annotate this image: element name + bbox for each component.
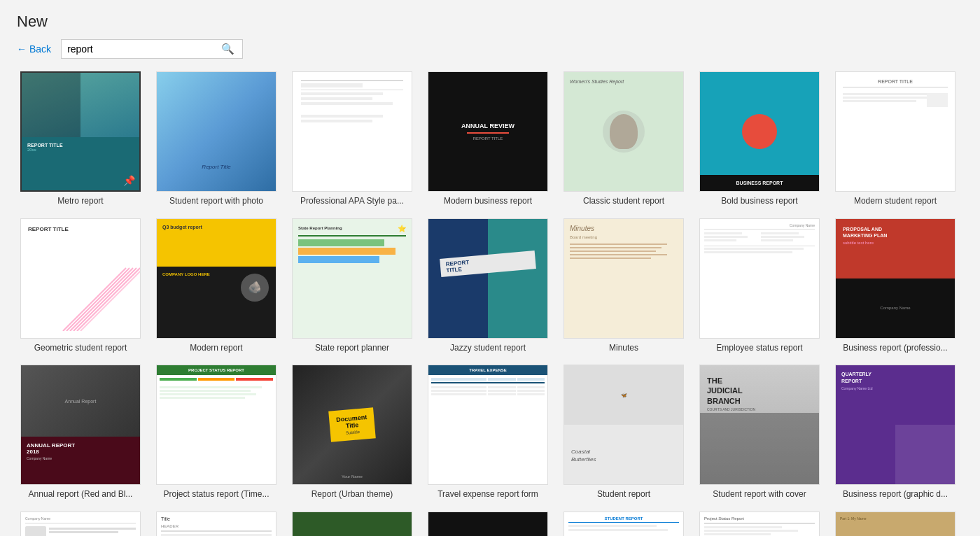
template-label: Minutes (609, 343, 638, 354)
template-item[interactable]: Part 1: My Name (832, 512, 959, 536)
template-thumbnail: REPORT TITLE 20xx 📌 (20, 71, 141, 192)
template-thumbnail: QUARTERLYREPORT Company Name Ltd (835, 365, 955, 485)
template-thumbnail: Project Status Report (699, 512, 820, 536)
template-item[interactable]: Project Status Report (696, 512, 823, 536)
template-item[interactable]: STUDENT REPORT (560, 512, 687, 536)
template-label: Professional APA Style pa... (300, 196, 404, 207)
template-thumbnail: 🌿 (292, 512, 412, 536)
template-label: Annual report (Red and Bl... (29, 489, 133, 500)
template-thumbnail: Title HEADER (156, 512, 276, 536)
template-grid-container[interactable]: REPORT TITLE 20xx 📌 Metro report Report … (17, 71, 963, 536)
search-input[interactable] (67, 43, 221, 55)
template-item[interactable]: State Report Planning ⭐ State report pla… (288, 218, 416, 354)
template-label: Modern report (190, 343, 242, 354)
template-item[interactable]: Annual Report ANNUAL REPORT 2018 Company… (17, 365, 144, 500)
svg-line-2 (70, 268, 133, 331)
template-thumbnail: BUSINESS REPORT (699, 71, 820, 192)
template-thumbnail: PROJECT STATUS REPORT (156, 365, 276, 485)
template-thumbnail: TERRIBLELIZZARDS (428, 512, 548, 536)
template-label: Modern business report (444, 196, 532, 207)
template-thumbnail: Report Title (156, 71, 276, 192)
svg-line-4 (77, 268, 140, 331)
svg-line-0 (63, 268, 126, 331)
template-label: Classic student report (583, 196, 664, 207)
template-grid: REPORT TITLE 20xx 📌 Metro report Report … (17, 71, 959, 536)
template-thumbnail: Women's Studies Report (564, 71, 684, 192)
template-thumbnail: Company Name (699, 218, 820, 339)
back-button[interactable]: ← Back (17, 43, 51, 55)
template-item[interactable]: Minutes Board meeting Minutes (560, 218, 687, 354)
template-thumbnail: PROPOSAL ANDMARKETING PLAN subtitle text… (835, 218, 955, 339)
template-thumbnail: Q3 budget report COMPANY LOGO HERE 🪨 (156, 218, 276, 339)
template-label: Bold business report (721, 196, 797, 207)
back-arrow-icon: ← (17, 43, 27, 55)
template-item[interactable]: TERRIBLELIZZARDS (424, 512, 552, 536)
template-item[interactable]: Company Name (696, 218, 823, 354)
template-thumbnail: THEJUDICIALBRANCH COURTS AND JURISDICTIO… (699, 365, 820, 485)
page-title: New (17, 13, 963, 31)
template-item[interactable]: Title HEADER (153, 512, 280, 536)
template-label: Employee status report (716, 343, 802, 354)
template-item[interactable]: Report Title Student report with photo (153, 71, 280, 207)
template-thumbnail: State Report Planning ⭐ (292, 218, 412, 339)
template-item[interactable]: 🌿 (288, 512, 416, 536)
template-label: Travel expense report form (438, 489, 538, 500)
template-thumbnail: Document Title Subtitle Your Name (292, 365, 412, 485)
template-label: Report (Urban theme) (312, 489, 393, 500)
template-label: Business report (professio... (843, 343, 947, 354)
template-label: Geometric student report (34, 343, 127, 354)
template-item[interactable]: PROPOSAL ANDMARKETING PLAN subtitle text… (832, 218, 959, 354)
template-item[interactable]: Professional APA Style pa... (288, 71, 416, 207)
template-thumbnail: Annual Report ANNUAL REPORT 2018 Company… (20, 365, 141, 485)
template-item[interactable]: QUARTERLYREPORT Company Name Ltd Busines… (832, 365, 959, 500)
page-container: New ← Back 🔍 REPORT TITLE 20xx (0, 0, 980, 536)
template-label: Student report with photo (169, 196, 263, 207)
template-thumbnail: STUDENT REPORT (564, 512, 684, 536)
template-thumbnail: ANNUAL REVIEW REPORT TITLE (428, 71, 548, 192)
template-label: Student report (597, 489, 650, 500)
template-label: State report planner (315, 343, 389, 354)
template-thumbnail: Company Name (20, 512, 141, 536)
template-item[interactable]: THEJUDICIALBRANCH COURTS AND JURISDICTIO… (696, 365, 823, 500)
top-bar: ← Back 🔍 (17, 39, 963, 59)
template-item[interactable]: Women's Studies Report Classic student r… (560, 71, 687, 207)
template-label: Student report with cover (713, 489, 806, 500)
template-label: Business report (graphic d... (843, 489, 948, 500)
search-button[interactable]: 🔍 (221, 43, 234, 55)
template-thumbnail: TRAVEL EXPENSE (428, 365, 548, 485)
template-thumbnail: 🦋 CoastalButterflies (564, 365, 684, 485)
template-item[interactable]: TRAVEL EXPENSE (424, 365, 552, 500)
template-item[interactable]: BUSINESS REPORT Bold business report (696, 71, 823, 207)
template-label: Jazzy student report (450, 343, 526, 354)
template-item[interactable]: 🦋 CoastalButterflies Student report (560, 365, 687, 500)
template-item[interactable]: REPORT TITLE Geometric student report (17, 218, 144, 354)
template-thumbnail: REPORT TITLE (835, 71, 955, 192)
template-item[interactable]: ANNUAL REVIEW REPORT TITLE Modern busine… (424, 71, 552, 207)
back-label: Back (29, 43, 51, 55)
judicial-thumb: THEJUDICIALBRANCH COURTS AND JURISDICTIO… (700, 365, 819, 484)
template-thumbnail: REPORT TITLE (428, 218, 548, 339)
template-thumbnail (292, 71, 412, 192)
template-thumbnail: Minutes Board meeting (564, 218, 684, 339)
template-item[interactable]: Document Title Subtitle Your Name Report… (288, 365, 416, 500)
template-item[interactable]: REPORT TITLE 20xx 📌 Metro report (17, 71, 144, 207)
template-item[interactable]: Company Name (17, 512, 144, 536)
template-label: Project status report (Time... (164, 489, 270, 500)
template-item[interactable]: PROJECT STATUS REPORT (153, 365, 280, 500)
template-label: Metro report (57, 196, 103, 207)
metro-thumb-bg: REPORT TITLE 20xx (22, 73, 139, 190)
template-item[interactable]: REPORT TITLE Jazzy student report (424, 218, 552, 354)
pin-icon: 📌 (123, 175, 135, 186)
template-label: Modern student report (854, 196, 937, 207)
template-thumbnail: Part 1: My Name (835, 512, 955, 536)
template-item[interactable]: Q3 budget report COMPANY LOGO HERE 🪨 Mod… (153, 218, 280, 354)
svg-line-1 (66, 268, 130, 331)
template-thumbnail: REPORT TITLE (20, 218, 141, 339)
template-item[interactable]: REPORT TITLE Modern student report (832, 71, 959, 207)
search-box: 🔍 (61, 39, 243, 59)
svg-line-3 (74, 268, 136, 331)
